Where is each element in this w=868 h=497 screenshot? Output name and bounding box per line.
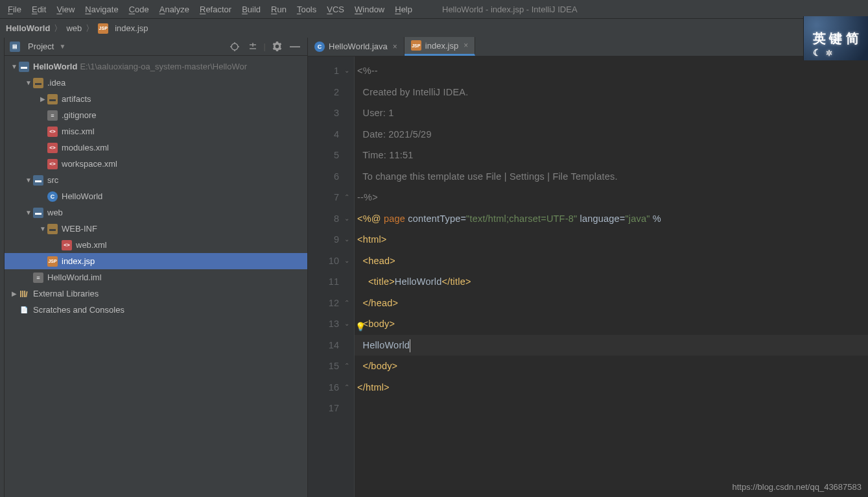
code-line[interactable]: 💡 <body>: [357, 313, 868, 335]
code-line[interactable]: </body>: [357, 356, 868, 377]
tree-item-modules-xml[interactable]: <>modules.xml: [5, 139, 307, 156]
code-line[interactable]: HelloWorld: [357, 335, 868, 356]
fold-gutter[interactable]: ⌄⌃⌄⌄⌄⌃⌄⌃⌃: [346, 56, 355, 497]
line-number[interactable]: 16: [308, 377, 339, 398]
code-line[interactable]: <%--: [357, 60, 868, 82]
expand-all-icon[interactable]: [246, 40, 260, 54]
code-line[interactable]: [357, 398, 868, 419]
menu-code[interactable]: Code: [129, 5, 149, 14]
expand-toggle-icon[interactable]: ▶: [10, 290, 19, 297]
code-line[interactable]: Created by IntelliJ IDEA.: [357, 82, 868, 103]
code-line[interactable]: --%>: [357, 187, 868, 208]
tree-item-web[interactable]: ▼▬web: [5, 204, 307, 221]
expand-toggle-icon[interactable]: ▼: [38, 225, 47, 232]
line-number[interactable]: 12: [308, 293, 339, 314]
code-content[interactable]: <%-- Created by IntelliJ IDEA. User: 1 D…: [355, 56, 868, 497]
tree-item-external-libraries[interactable]: ▶External Libraries: [5, 285, 307, 302]
locate-icon[interactable]: [228, 40, 242, 54]
line-number[interactable]: 5: [308, 145, 339, 166]
editor-tab-helloworld-java[interactable]: CHelloWorld.java×: [308, 37, 405, 56]
folder-icon: ▬: [47, 94, 58, 104]
expand-toggle-icon[interactable]: ▼: [24, 79, 33, 86]
line-number[interactable]: 10: [308, 250, 339, 272]
editor-tab-index-jsp[interactable]: JSPindex.jsp×: [405, 37, 475, 56]
menu-analyze[interactable]: Analyze: [159, 5, 189, 14]
tree-item-web-xml[interactable]: <>web.xml: [5, 237, 307, 253]
line-number[interactable]: 9: [308, 229, 339, 250]
tree-item--idea[interactable]: ▼▬.idea: [5, 75, 307, 91]
tree-item-index-jsp[interactable]: JSPindex.jsp: [5, 253, 307, 269]
settings-icon[interactable]: [270, 40, 284, 54]
fold-open-icon[interactable]: ⌄: [344, 236, 349, 243]
code-line[interactable]: </html>: [357, 377, 868, 398]
line-number[interactable]: 4: [308, 124, 339, 145]
menu-window[interactable]: Window: [355, 5, 384, 14]
tree-item-artifacts[interactable]: ▶▬artifacts: [5, 91, 307, 107]
close-tab-icon[interactable]: ×: [393, 42, 397, 51]
tree-item--gitignore[interactable]: ≡.gitignore: [5, 107, 307, 123]
line-number[interactable]: 8: [308, 208, 339, 230]
code-line[interactable]: Date: 2021/5/29: [357, 124, 868, 145]
expand-toggle-icon[interactable]: ▼: [10, 63, 19, 70]
menu-file[interactable]: File: [8, 5, 21, 14]
breadcrumb-web[interactable]: web: [64, 23, 84, 33]
menu-navigate[interactable]: Navigate: [85, 5, 118, 14]
tree-item-web-inf[interactable]: ▼▬WEB-INF: [5, 221, 307, 237]
fold-close-icon[interactable]: ⌃: [344, 362, 349, 369]
hide-panel-icon[interactable]: —: [288, 40, 302, 54]
tree-item-label: External Libraries: [33, 289, 99, 298]
expand-toggle-icon[interactable]: ▶: [38, 95, 47, 103]
menu-help[interactable]: Help: [395, 5, 412, 14]
close-tab-icon[interactable]: ×: [463, 41, 468, 50]
code-line[interactable]: Time: 11:51: [357, 145, 868, 166]
breadcrumb-index-jsp[interactable]: JSPindex.jsp: [96, 23, 150, 34]
project-view-dropdown-icon[interactable]: ▼: [59, 43, 65, 50]
fold-open-icon[interactable]: ⌄: [344, 67, 349, 74]
project-tree[interactable]: ▼▬HelloWorld E:\1\aaluoxiang-oa_system-m…: [5, 56, 307, 497]
code-line[interactable]: User: 1: [357, 103, 868, 124]
expand-toggle-icon[interactable]: ▼: [24, 209, 33, 216]
line-number[interactable]: 14: [308, 335, 339, 356]
fold-close-icon[interactable]: ⌃: [344, 193, 349, 200]
line-number[interactable]: 13: [308, 313, 339, 335]
code-line[interactable]: </head>: [357, 293, 868, 314]
menu-run[interactable]: Run: [271, 5, 287, 14]
line-number[interactable]: 2: [308, 82, 339, 103]
left-tool-strip[interactable]: [0, 38, 5, 497]
expand-toggle-icon[interactable]: ▼: [24, 176, 33, 184]
code-line[interactable]: <head>: [357, 250, 868, 272]
line-number[interactable]: 1: [308, 60, 339, 82]
tree-item-src[interactable]: ▼▬src: [5, 172, 307, 188]
code-line[interactable]: <%@ page contentType="text/html;charset=…: [357, 208, 868, 230]
line-number[interactable]: 6: [308, 166, 339, 188]
line-number-gutter[interactable]: 1234567891011121314151617: [308, 56, 346, 497]
fold-open-icon[interactable]: ⌄: [344, 257, 349, 264]
fold-open-icon[interactable]: ⌄: [344, 320, 349, 327]
fold-close-icon[interactable]: ⌃: [344, 299, 349, 306]
code-line[interactable]: To change this template use File | Setti…: [357, 166, 868, 188]
tree-item-scratches-and-consoles[interactable]: 📄Scratches and Consoles: [5, 302, 307, 318]
tree-item-helloworld[interactable]: CHelloWorld: [5, 188, 307, 204]
line-number[interactable]: 15: [308, 356, 339, 377]
breadcrumb-helloworld[interactable]: HelloWorld: [4, 23, 52, 33]
tree-item-helloworld[interactable]: ▼▬HelloWorld E:\1\aaluoxiang-oa_system-m…: [5, 58, 307, 75]
menu-view[interactable]: View: [56, 5, 75, 14]
menu-vcs[interactable]: VCS: [327, 5, 344, 14]
fold-open-icon[interactable]: ⌄: [344, 215, 349, 222]
tree-item-misc-xml[interactable]: <>misc.xml: [5, 123, 307, 139]
line-number[interactable]: 11: [308, 271, 339, 293]
code-line[interactable]: <title>HelloWorld</title>: [357, 271, 868, 293]
code-editor[interactable]: 1234567891011121314151617 ⌄⌃⌄⌄⌄⌃⌄⌃⌃ <%--…: [308, 56, 868, 497]
svg-rect-10: [24, 291, 25, 297]
tree-item-workspace-xml[interactable]: <>workspace.xml: [5, 156, 307, 172]
line-number[interactable]: 3: [308, 103, 339, 124]
menu-refactor[interactable]: Refactor: [200, 5, 231, 14]
menu-build[interactable]: Build: [242, 5, 261, 14]
tree-item-helloworld-iml[interactable]: ≡HelloWorld.iml: [5, 269, 307, 285]
menu-tools[interactable]: Tools: [297, 5, 316, 14]
line-number[interactable]: 17: [308, 398, 339, 419]
fold-close-icon[interactable]: ⌃: [344, 383, 349, 391]
menu-edit[interactable]: Edit: [32, 5, 46, 14]
line-number[interactable]: 7: [308, 187, 339, 208]
code-line[interactable]: <html>: [357, 229, 868, 250]
